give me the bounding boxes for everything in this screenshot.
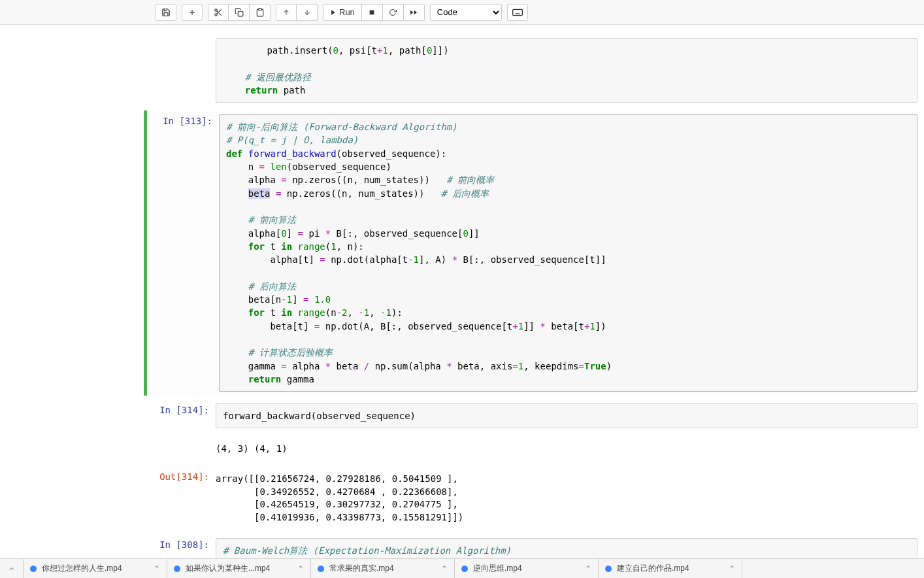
download-bar: 你想过怎样的人生.mp4 ⌃ 如果你认为某种生...mp4 ⌃ 常求果的真实.m… [0, 558, 924, 578]
file-status-dot [30, 566, 37, 572]
arrow-down-icon [303, 8, 311, 16]
svg-line-5 [219, 13, 221, 15]
download-filename: 建立自己的作品.mp4 [617, 563, 689, 574]
download-filename: 常求果的真实.mp4 [329, 563, 394, 574]
chevron-up-icon: ⌃ [441, 564, 448, 573]
keyboard-icon [512, 8, 523, 16]
copy-icon [235, 8, 244, 17]
move-down-button[interactable] [297, 4, 318, 21]
move-up-button[interactable] [276, 4, 297, 21]
expand-tabs-button[interactable] [0, 559, 24, 578]
restart-button[interactable] [383, 4, 404, 21]
download-filename: 如果你认为某种生...mp4 [186, 563, 270, 574]
restart-icon [389, 8, 397, 16]
chevron-up-icon: ⌃ [729, 564, 735, 573]
download-filename: 你想过怎样的人生.mp4 [42, 563, 122, 574]
stop-icon [369, 9, 375, 16]
plus-icon [188, 8, 197, 17]
chevron-up-icon: ⌃ [154, 564, 160, 573]
paste-button[interactable] [250, 4, 271, 21]
fast-forward-icon [410, 8, 418, 16]
run-button-label: Run [339, 7, 355, 17]
insert-cell-button[interactable] [182, 4, 203, 21]
svg-marker-13 [414, 10, 418, 14]
svg-rect-7 [238, 11, 243, 16]
download-filename: 逆向思维.mp4 [473, 563, 522, 574]
cut-button[interactable] [208, 4, 229, 21]
output-cell: Out[314]: array([[0.21656724, 0.27928186… [144, 466, 917, 530]
save-icon [161, 8, 171, 17]
svg-marker-11 [331, 10, 335, 15]
svg-rect-8 [258, 8, 261, 10]
chevron-up-icon: ⌃ [297, 564, 304, 573]
execute-result: array([[0.21656724, 0.27928186, 0.504150… [216, 470, 917, 526]
svg-marker-14 [410, 10, 414, 14]
stdout-text: (4, 3) (4, 1) [216, 440, 917, 458]
notebook-toolbar: Run Code [0, 0, 924, 25]
svg-rect-12 [370, 10, 374, 14]
svg-rect-15 [513, 9, 523, 15]
download-item[interactable]: 常求果的真实.mp4 ⌃ [311, 559, 455, 578]
save-button[interactable] [156, 4, 176, 21]
code-editor[interactable]: path.insert(0, psi[t+1, path[0]]) # 返回最优… [216, 38, 917, 103]
arrow-up-icon [282, 8, 290, 16]
download-item[interactable]: 如果你认为某种生...mp4 ⌃ [167, 559, 311, 578]
input-prompt: In [314]: [144, 401, 216, 431]
output-prompt: Out[314]: [144, 468, 216, 529]
file-status-dot [461, 566, 468, 572]
run-button[interactable]: Run [323, 4, 362, 21]
code-editor[interactable]: forward_backward(observed_sequence) [216, 403, 917, 428]
output-cell: (4, 3) (4, 1) [144, 436, 917, 462]
notebook-container: path.insert(0, psi[t+1, path[0]]) # 返回最优… [0, 25, 924, 578]
restart-run-all-button[interactable] [404, 4, 425, 21]
output-prompt [144, 437, 216, 461]
copy-button[interactable] [229, 4, 250, 21]
code-cell[interactable]: In [314]: forward_backward(observed_sequ… [144, 400, 917, 432]
input-prompt: In [313]: [147, 112, 219, 394]
cell-type-select[interactable]: Code [430, 4, 502, 21]
chevron-up-icon [8, 565, 16, 573]
download-item[interactable]: 建立自己的作品.mp4 ⌃ [599, 559, 742, 578]
svg-point-2 [215, 8, 218, 11]
file-status-dot [174, 566, 180, 572]
code-cell[interactable]: path.insert(0, psi[t+1, path[0]]) # 返回最优… [144, 34, 917, 107]
code-cell-selected[interactable]: In [313]: # 前向-后向算法 (Forward-Backward Al… [144, 110, 917, 396]
download-item[interactable]: 你想过怎样的人生.mp4 ⌃ [24, 559, 167, 578]
interrupt-button[interactable] [362, 4, 383, 21]
file-status-dot [605, 566, 612, 572]
cut-icon [214, 8, 223, 17]
file-status-dot [318, 566, 324, 572]
svg-line-6 [217, 10, 218, 12]
code-editor[interactable]: # 前向-后向算法 (Forward-Backward Algorithm) #… [219, 114, 917, 392]
download-item[interactable]: 逆向思维.mp4 ⌃ [455, 559, 599, 578]
svg-point-3 [215, 13, 218, 16]
paste-icon [256, 8, 265, 17]
command-palette-button[interactable] [507, 4, 528, 21]
input-prompt [144, 35, 216, 105]
chevron-up-icon: ⌃ [585, 564, 591, 573]
play-icon [330, 9, 337, 16]
